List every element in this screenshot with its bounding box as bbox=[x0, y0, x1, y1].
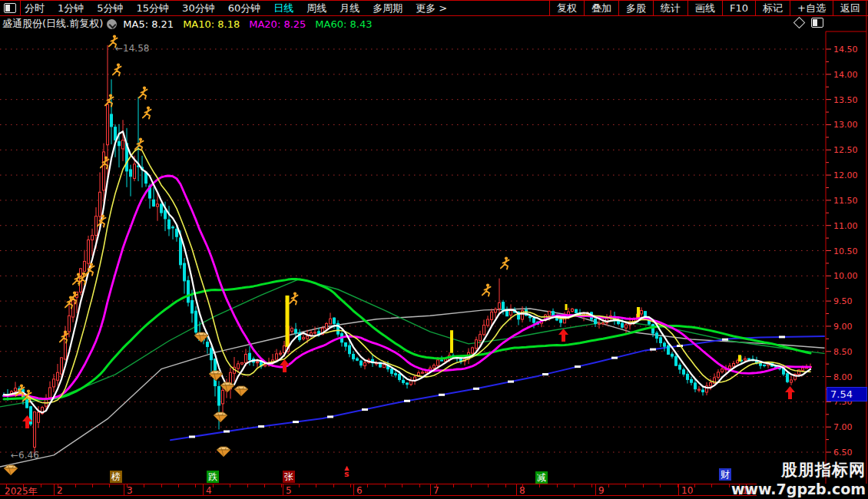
week-tick bbox=[333, 484, 334, 487]
marker-tag-s: ▲s bbox=[344, 465, 350, 478]
date-axis: 234567891011 bbox=[0, 484, 757, 496]
week-tick bbox=[488, 484, 489, 487]
price-axis-label: 11.50 bbox=[833, 196, 867, 206]
week-tick bbox=[625, 484, 626, 487]
week-tick bbox=[591, 484, 592, 487]
month-label: 5 bbox=[286, 485, 292, 496]
runner-signal-icon bbox=[59, 330, 70, 347]
price-axis-label: 10.50 bbox=[833, 246, 867, 256]
marker-tag-张: 张 bbox=[283, 471, 295, 483]
week-tick bbox=[299, 484, 300, 487]
price-axis-label: 11.00 bbox=[833, 221, 867, 231]
week-tick bbox=[539, 484, 540, 487]
gem-signal-icon bbox=[194, 332, 209, 346]
price-axis-label: 13.50 bbox=[833, 95, 867, 105]
month-boundary: 5 bbox=[283, 484, 283, 495]
gem-signal-icon bbox=[220, 382, 235, 396]
price-axis-label: 8.00 bbox=[833, 372, 867, 382]
runner-signal-icon bbox=[112, 63, 123, 80]
week-tick bbox=[127, 484, 128, 487]
stock-chart-app: 分时1分钟5分钟15分钟30分钟60分钟日线周线月线多周期更多 > 复权叠加多股… bbox=[0, 0, 868, 499]
week-tick bbox=[419, 484, 420, 487]
price-axis-label: 13.00 bbox=[833, 120, 867, 130]
week-tick bbox=[729, 484, 730, 487]
week-tick bbox=[109, 484, 110, 487]
week-tick bbox=[195, 484, 196, 487]
gem-signal-icon bbox=[234, 385, 249, 400]
gem-signal-icon bbox=[216, 446, 231, 461]
month-label: 10 bbox=[681, 485, 693, 496]
price-axis-label: 14.50 bbox=[833, 45, 867, 55]
watermark-site-name: 股朋指标网 bbox=[731, 459, 866, 481]
gem-signal-icon bbox=[213, 411, 228, 426]
week-tick bbox=[144, 484, 144, 487]
week-tick bbox=[58, 484, 58, 487]
buy-arrow-icon bbox=[558, 329, 568, 345]
week-tick bbox=[660, 484, 661, 487]
week-tick bbox=[367, 484, 368, 487]
price-axis-label: 14.00 bbox=[833, 70, 867, 80]
range-high-label: ←14.58 bbox=[115, 43, 149, 54]
marker-tag-跌: 跌 bbox=[207, 471, 219, 483]
year-label: 2025年 bbox=[5, 485, 38, 498]
runner-signal-icon bbox=[22, 389, 33, 406]
week-tick bbox=[75, 484, 76, 487]
week-tick bbox=[402, 484, 403, 487]
chart-canvas[interactable] bbox=[0, 0, 868, 499]
buy-arrow-icon bbox=[785, 386, 795, 402]
price-axis-label: 6.50 bbox=[833, 448, 867, 458]
runner-signal-icon bbox=[142, 106, 153, 123]
marker-tag-减: 减 bbox=[535, 471, 548, 484]
week-tick bbox=[694, 484, 695, 487]
week-tick bbox=[505, 484, 506, 487]
month-boundary: 6 bbox=[353, 484, 354, 495]
week-tick bbox=[316, 484, 316, 487]
runner-signal-icon bbox=[97, 214, 108, 231]
week-tick bbox=[453, 484, 454, 487]
buy-arrow-icon bbox=[280, 359, 290, 375]
price-axis-label: 12.50 bbox=[833, 145, 867, 155]
month-boundary: 3 bbox=[124, 484, 124, 495]
marker-tag-财: 财 bbox=[719, 468, 731, 481]
week-tick bbox=[230, 484, 230, 487]
week-tick bbox=[385, 484, 386, 487]
week-tick bbox=[557, 484, 558, 487]
runner-signal-icon bbox=[100, 156, 111, 173]
runner-signal-icon bbox=[85, 263, 96, 279]
marker-tag-榜: 榜 bbox=[110, 471, 122, 483]
week-tick bbox=[92, 484, 93, 487]
price-axis-label: 8.50 bbox=[833, 347, 867, 357]
week-tick bbox=[213, 484, 214, 487]
week-tick bbox=[41, 484, 41, 487]
runner-signal-icon bbox=[482, 283, 492, 300]
runner-signal-icon bbox=[104, 94, 115, 111]
week-tick bbox=[264, 484, 265, 487]
month-label: 6 bbox=[356, 485, 363, 496]
gem-signal-icon bbox=[3, 464, 18, 479]
month-label: 9 bbox=[598, 485, 605, 496]
month-boundary: 4 bbox=[203, 484, 204, 495]
month-boundary: 9 bbox=[595, 484, 596, 495]
week-tick bbox=[522, 484, 523, 487]
buy-arrow-icon bbox=[22, 415, 32, 431]
week-tick bbox=[711, 484, 712, 487]
watermark: 股朋指标网 www.7gpzb.com bbox=[731, 459, 866, 497]
week-tick bbox=[643, 484, 644, 487]
runner-signal-icon bbox=[134, 137, 145, 154]
month-boundary: 8 bbox=[516, 484, 517, 495]
runner-signal-icon bbox=[138, 86, 149, 103]
price-axis-label: 9.50 bbox=[833, 296, 867, 306]
runner-signal-icon bbox=[289, 292, 300, 309]
current-price-tag: 7.54 bbox=[827, 387, 867, 402]
week-tick bbox=[247, 484, 248, 487]
month-boundary: 2 bbox=[54, 484, 55, 495]
month-boundary: 7 bbox=[430, 484, 431, 495]
range-low-label: ←6.46 bbox=[11, 450, 39, 461]
week-tick bbox=[471, 484, 472, 487]
watermark-site-url: www.7gpzb.com bbox=[731, 481, 866, 497]
month-boundary: 10 bbox=[678, 484, 679, 495]
price-axis-label: 12.00 bbox=[833, 170, 867, 180]
price-axis-label: 9.00 bbox=[833, 322, 867, 332]
runner-signal-icon bbox=[68, 291, 79, 308]
week-tick bbox=[350, 484, 351, 487]
